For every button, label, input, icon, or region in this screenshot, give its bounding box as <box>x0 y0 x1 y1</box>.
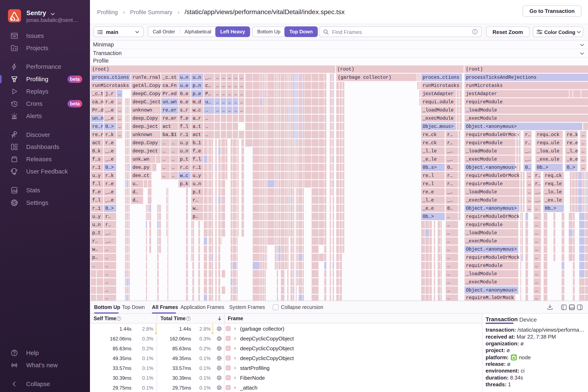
svg-text:requ…ule: requ…ule <box>537 140 559 146</box>
svg-text:…: … <box>228 108 231 113</box>
svg-text:_loadModule: _loadModule <box>422 108 454 113</box>
svg-text:a…r: a…r <box>193 116 201 121</box>
svg-text:…: … <box>118 132 121 138</box>
svg-text:requ…ock: requ…ock <box>537 132 559 138</box>
svg-text:_e…le: _e…le <box>422 157 437 162</box>
svg-text:u…y: u…y <box>92 173 101 178</box>
svg-text:f…e: f…e <box>193 148 201 154</box>
svg-text:runMicrotasks: runMicrotasks <box>92 83 129 88</box>
svg-text:jestAdapter: jestAdapter <box>466 91 497 96</box>
svg-text:u…e: u…e <box>180 83 188 88</box>
svg-text:Object.<anonymous>: Object.<anonymous> <box>466 206 517 211</box>
svg-text:Object.<anonymous>: Object.<anonymous> <box>466 124 517 129</box>
svg-text:processTicksAndRejections: processTicksAndRejections <box>466 75 537 80</box>
svg-text:re…e: re…e <box>567 140 578 146</box>
svg-text:r…1: r…1 <box>180 132 188 138</box>
svg-text:…: … <box>528 190 531 195</box>
svg-text:dee…py: dee…py <box>132 165 149 170</box>
svg-text:f…l: f…l <box>92 181 101 186</box>
svg-text:…: … <box>163 157 165 162</box>
svg-text:p…: p… <box>193 214 198 219</box>
svg-text:_l…e: _l…e <box>567 148 578 154</box>
svg-text:…: … <box>447 238 450 244</box>
svg-text:u…y: u…y <box>92 214 101 219</box>
svg-text:_loa…ule: _loa…ule <box>537 148 559 154</box>
svg-text:r…: r… <box>105 214 111 219</box>
svg-text:…: … <box>234 75 237 80</box>
svg-text:…: … <box>535 263 538 268</box>
svg-text:…: … <box>105 247 108 252</box>
svg-text:_loadModule: _loadModule <box>466 108 497 113</box>
svg-text:s…r: s…r <box>180 108 188 113</box>
svg-text:m…d: m…d <box>193 100 201 105</box>
svg-text:0…: 0… <box>447 165 453 170</box>
svg-text:_execModule: _execModule <box>466 198 497 203</box>
svg-text:_loadModule: _loadModule <box>466 230 497 236</box>
svg-text:u…n: u…n <box>180 148 188 154</box>
svg-text:_execModule: _execModule <box>466 157 497 162</box>
svg-text:u…: u… <box>205 100 211 105</box>
svg-text:…: … <box>105 255 108 260</box>
svg-text:runMicrotasks: runMicrotasks <box>466 83 503 88</box>
svg-text:…: … <box>216 83 219 88</box>
svg-text:w…c: w…c <box>180 173 188 178</box>
svg-text:re…er: re…er <box>163 108 177 113</box>
svg-text:…: … <box>222 83 225 88</box>
svg-text:…: … <box>228 75 231 80</box>
svg-text:0…e: 0…e <box>180 91 188 96</box>
svg-text:…: … <box>535 295 538 300</box>
svg-text:…: … <box>118 100 121 105</box>
svg-text:u…y: u…y <box>193 173 201 178</box>
svg-text:_…e: _…e <box>105 157 114 162</box>
svg-text:f…l: f…l <box>92 198 101 203</box>
svg-text:_…: _… <box>447 190 453 195</box>
svg-text:r…1: r…1 <box>193 165 201 170</box>
svg-text:requireM…leOrMock: requireM…leOrMock <box>466 295 514 300</box>
svg-text:…: … <box>172 148 175 154</box>
svg-text:act: act <box>163 124 171 129</box>
svg-text:requireModuleOrMock: requireModuleOrMock <box>466 214 520 219</box>
svg-text:Object.<anonymous>: Object.<anonymous> <box>466 247 517 252</box>
svg-text:c…: c… <box>205 83 211 88</box>
svg-text:…: … <box>535 288 538 293</box>
svg-text:…: … <box>172 165 175 170</box>
svg-text:…: … <box>118 124 121 129</box>
svg-text:…: … <box>582 148 585 154</box>
svg-text:…: … <box>172 157 175 162</box>
svg-text:Pr…d: Pr…d <box>92 108 103 113</box>
svg-text:(root): (root) <box>466 67 483 72</box>
svg-text:…: … <box>228 91 231 96</box>
svg-text:r…: r… <box>447 173 453 178</box>
svg-text:_…e: _…e <box>105 116 114 121</box>
svg-text:_…: _… <box>535 198 541 203</box>
svg-text:re…e: re…e <box>423 190 434 195</box>
svg-text:b…1: b…1 <box>193 140 201 146</box>
svg-text:r…: r… <box>535 181 541 186</box>
svg-text:…: … <box>535 280 538 285</box>
svg-text:…: … <box>105 280 108 285</box>
svg-text:r…: r… <box>535 173 541 178</box>
svg-text:…: … <box>535 255 538 260</box>
svg-text:requireModule: requireModule <box>466 100 503 105</box>
svg-text:runMicrotasks: runMicrotasks <box>423 83 459 88</box>
svg-text:_…: _… <box>105 230 111 236</box>
svg-text:a…t: a…t <box>193 124 201 129</box>
svg-text:p…k: p…k <box>180 181 188 186</box>
svg-text:requireModule: requireModule <box>466 263 503 268</box>
svg-text:P…: P… <box>205 91 211 96</box>
svg-text:u…n: u…n <box>193 181 201 186</box>
svg-text:u…: u… <box>132 181 138 186</box>
svg-text:…: … <box>172 173 175 178</box>
svg-text:r…: r… <box>193 198 198 203</box>
svg-text:requireModuleOrMock: requireModuleOrMock <box>466 132 520 138</box>
svg-text:…: … <box>240 108 243 113</box>
svg-text:_…: _… <box>525 148 531 154</box>
svg-text:…: … <box>582 157 585 162</box>
svg-text:unknown: unknown <box>132 108 152 113</box>
svg-text:j…r: j…r <box>105 91 114 96</box>
svg-text:r…: r… <box>447 140 453 146</box>
svg-text:unknown: unknown <box>132 132 152 138</box>
svg-text:_execModule: _execModule <box>466 280 497 285</box>
svg-text:…: … <box>222 108 225 113</box>
svg-text:0…>: 0…> <box>567 165 575 170</box>
